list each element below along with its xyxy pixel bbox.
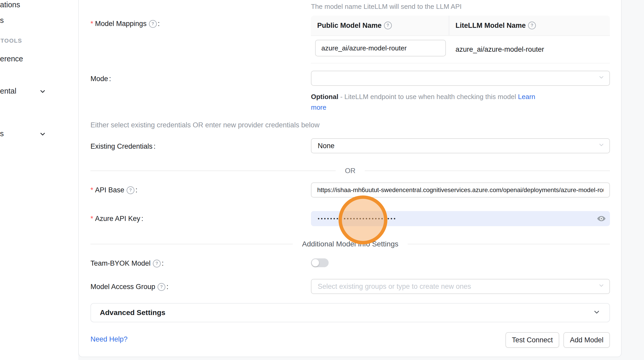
model-access-group-label: Model Access Group ? : xyxy=(90,283,168,291)
api-base-label-text: API Base xyxy=(95,186,125,194)
azure-api-key-input[interactable]: ••••••• ••••••••••••••••• xyxy=(311,211,610,226)
api-base-label: * API Base ? : xyxy=(90,186,138,194)
test-connect-button[interactable]: Test Connect xyxy=(505,332,559,348)
existing-credentials-value: None xyxy=(318,142,335,150)
chevron-down-icon xyxy=(39,130,46,139)
mode-help-text: Optional - LiteLLM endpoint to use when … xyxy=(311,91,610,113)
masked-value: ••••••••••••••••• xyxy=(344,216,397,221)
eye-icon[interactable] xyxy=(597,215,606,222)
chevron-down-icon xyxy=(39,88,46,96)
learn-more-link[interactable]: Learn xyxy=(518,93,535,101)
additional-settings-divider: Additional Model Info Settings xyxy=(90,240,610,248)
label-colon: : xyxy=(158,20,160,28)
label-colon: : xyxy=(162,259,164,267)
label-colon: : xyxy=(154,142,156,150)
column-header-public-model-name: Public Model Name ? xyxy=(311,22,449,30)
column-header-text: Public Model Name xyxy=(317,22,382,30)
label-colon: : xyxy=(109,75,111,83)
mode-help-body: - LiteLLM endpoint to use when health ch… xyxy=(338,93,518,101)
chevron-down-icon xyxy=(598,74,605,83)
chevron-down-icon xyxy=(593,308,601,317)
model-access-group-label-text: Model Access Group xyxy=(90,283,155,291)
sidebar-section-tools: TOOLS xyxy=(1,37,22,44)
existing-credentials-label-text: Existing Credentials xyxy=(90,142,153,150)
mode-select[interactable] xyxy=(311,71,610,86)
column-header-litellm-model-name: LiteLLM Model Name ? xyxy=(449,22,536,30)
column-divider xyxy=(449,16,449,35)
table-header-row: Public Model Name ? LiteLLM Model Name ? xyxy=(311,16,610,36)
or-divider-text: OR xyxy=(345,167,356,175)
litellm-model-name-value: azure_ai/azure-model-router xyxy=(456,36,544,63)
sidebar: ations s TOOLS erence ental s xyxy=(0,0,78,360)
table-row: azure_ai/azure-model-router xyxy=(311,36,610,63)
help-icon[interactable]: ? xyxy=(528,22,536,29)
model-name-help-text: The model name LiteLLM will send to the … xyxy=(311,3,610,11)
model-mappings-label-text: Model Mappings xyxy=(95,20,147,28)
or-divider: OR xyxy=(90,166,610,175)
sidebar-item-experimental[interactable]: ental xyxy=(0,87,16,95)
mode-label-text: Mode xyxy=(90,75,108,83)
label-colon: : xyxy=(141,215,144,223)
chevron-down-icon xyxy=(598,142,605,150)
public-model-name-input[interactable] xyxy=(315,40,446,56)
model-mappings-label: * Model Mappings ? : xyxy=(90,20,160,28)
label-colon: : xyxy=(135,186,138,194)
help-icon[interactable]: ? xyxy=(158,283,165,291)
divider-line xyxy=(365,171,610,171)
divider-line xyxy=(90,244,293,244)
sidebar-item-users[interactable]: s xyxy=(0,16,4,25)
team-byok-label: Team-BYOK Model ? : xyxy=(90,259,164,267)
azure-api-key-label-text: Azure API Key xyxy=(95,215,140,223)
label-colon: : xyxy=(166,283,168,291)
azure-api-key-label: * Azure API Key : xyxy=(90,215,143,223)
sidebar-item-settings[interactable]: s xyxy=(0,129,4,138)
advanced-settings-panel[interactable]: Advanced Settings xyxy=(90,303,610,322)
existing-credentials-select[interactable]: None xyxy=(311,138,610,153)
api-base-input[interactable] xyxy=(311,182,610,198)
model-access-group-select[interactable]: Select existing groups or type to create… xyxy=(311,279,610,294)
divider-line xyxy=(90,171,336,171)
mode-help-bold: Optional xyxy=(311,93,338,101)
learn-more-link[interactable]: more xyxy=(311,103,326,111)
select-placeholder: Select existing groups or type to create… xyxy=(318,283,471,291)
team-byok-label-text: Team-BYOK Model xyxy=(90,259,151,267)
toggle-knob xyxy=(312,259,319,266)
required-mark: * xyxy=(90,186,93,194)
help-icon[interactable]: ? xyxy=(384,22,392,29)
masked-value: ••••••• xyxy=(318,216,340,221)
team-byok-toggle[interactable] xyxy=(311,258,329,267)
required-mark: * xyxy=(90,20,93,28)
required-mark: * xyxy=(90,215,93,223)
add-model-button[interactable]: Add Model xyxy=(563,332,610,348)
chevron-down-icon xyxy=(598,282,605,291)
help-icon[interactable]: ? xyxy=(127,186,134,194)
divider-line xyxy=(408,244,610,244)
credentials-note: Either select existing credentials OR en… xyxy=(90,121,320,129)
mode-label: Mode : xyxy=(90,75,111,83)
sidebar-item-inference[interactable]: erence xyxy=(0,55,23,63)
existing-credentials-label: Existing Credentials : xyxy=(90,142,155,150)
model-mappings-table: Public Model Name ? LiteLLM Model Name ?… xyxy=(311,16,610,63)
sidebar-item-organizations[interactable]: ations xyxy=(0,1,20,9)
column-header-text: LiteLLM Model Name xyxy=(456,22,526,30)
help-icon[interactable]: ? xyxy=(149,20,157,28)
additional-settings-divider-text: Additional Model Info Settings xyxy=(302,240,398,248)
need-help-link[interactable]: Need Help? xyxy=(90,335,128,343)
advanced-settings-title: Advanced Settings xyxy=(100,309,165,317)
help-icon[interactable]: ? xyxy=(153,260,161,267)
